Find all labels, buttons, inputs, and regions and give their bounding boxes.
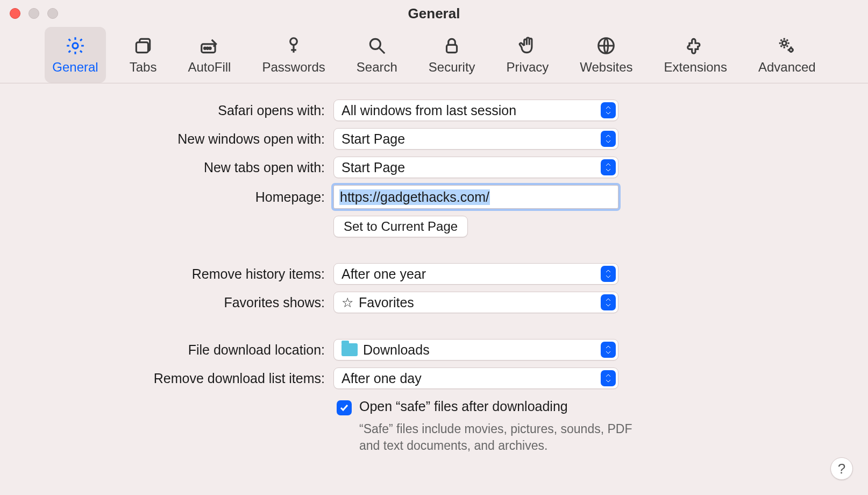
svg-point-11: [789, 48, 793, 52]
label-homepage: Homepage:: [0, 189, 333, 205]
tab-search[interactable]: Search: [349, 27, 405, 83]
select-value: All windows from last session: [341, 103, 516, 118]
select-new-tabs[interactable]: Start Page: [333, 157, 618, 178]
globe-icon: [596, 35, 616, 56]
stepper-icon: [601, 266, 616, 282]
stepper-icon: [601, 370, 616, 386]
tab-privacy[interactable]: Privacy: [499, 27, 557, 83]
select-favorites-shows[interactable]: ☆ Favorites: [333, 292, 618, 313]
autofill-icon: [199, 35, 219, 56]
traffic-lights: [10, 8, 58, 19]
lock-icon: [442, 35, 462, 56]
titlebar: General: [0, 0, 868, 27]
label-remove-downloads: Remove download list items:: [0, 371, 333, 386]
preferences-toolbar: General Tabs AutoFill Passwords Search S…: [0, 27, 868, 83]
general-pane: Safari opens with: All windows from last…: [0, 83, 868, 454]
key-icon: [283, 35, 304, 56]
tab-label: Advanced: [758, 60, 816, 75]
stepper-icon: [601, 102, 616, 118]
select-value: Downloads: [363, 342, 430, 358]
label-remove-history: Remove history items:: [0, 266, 333, 282]
tab-label: Passwords: [262, 60, 325, 75]
stepper-icon: [601, 159, 616, 175]
select-opens-with[interactable]: All windows from last session: [333, 100, 618, 121]
label-open-safe: Open “safe” files after downloading: [359, 399, 568, 414]
star-icon: ☆: [341, 295, 353, 310]
select-value: After one day: [341, 371, 422, 386]
tab-label: Security: [429, 60, 475, 75]
tab-advanced[interactable]: Advanced: [751, 27, 823, 83]
svg-point-7: [370, 39, 380, 49]
tab-general[interactable]: General: [45, 27, 105, 83]
tab-label: AutoFill: [188, 60, 231, 75]
select-download-location[interactable]: Downloads: [333, 339, 618, 360]
stepper-icon: [601, 131, 616, 147]
tab-label: Privacy: [507, 60, 549, 75]
close-window-button[interactable]: [10, 8, 20, 19]
tab-label: General: [52, 60, 98, 75]
label-favorites-shows: Favorites shows:: [0, 295, 333, 310]
tab-label: Websites: [580, 60, 632, 75]
select-remove-history[interactable]: After one year: [333, 263, 618, 285]
svg-point-3: [204, 47, 206, 49]
folder-icon: [341, 343, 358, 356]
tab-extensions[interactable]: Extensions: [657, 27, 735, 83]
select-value: Start Page: [341, 131, 405, 147]
select-remove-downloads[interactable]: After one day: [333, 367, 618, 389]
tab-websites[interactable]: Websites: [572, 27, 640, 83]
tab-label: Search: [357, 60, 397, 75]
gears-icon: [777, 35, 797, 56]
svg-point-4: [207, 47, 209, 49]
label-download-location: File download location:: [0, 342, 333, 358]
tab-autofill[interactable]: AutoFill: [180, 27, 238, 83]
stepper-icon: [601, 294, 616, 310]
tab-passwords[interactable]: Passwords: [254, 27, 332, 83]
help-button[interactable]: ?: [830, 457, 853, 480]
label-new-windows: New windows open with:: [0, 131, 333, 147]
minimize-window-button[interactable]: [29, 8, 39, 19]
tab-security[interactable]: Security: [421, 27, 483, 83]
puzzle-icon: [685, 35, 706, 56]
tab-label: Tabs: [130, 60, 157, 75]
svg-rect-8: [447, 45, 457, 52]
svg-point-6: [290, 38, 297, 45]
select-value: After one year: [341, 266, 426, 282]
input-homepage-value: https://gadgethacks.com/: [339, 189, 490, 205]
select-new-windows[interactable]: Start Page: [333, 128, 618, 150]
tab-label: Extensions: [664, 60, 727, 75]
tabs-icon: [133, 35, 153, 56]
select-value: Start Page: [341, 160, 405, 175]
checkbox-open-safe[interactable]: [337, 400, 352, 415]
tab-tabs[interactable]: Tabs: [122, 27, 165, 83]
stepper-icon: [601, 342, 616, 358]
svg-point-5: [209, 47, 211, 49]
maximize-window-button[interactable]: [47, 8, 58, 19]
gear-icon: [65, 35, 86, 56]
label-new-tabs: New tabs open with:: [0, 160, 333, 175]
input-homepage[interactable]: https://gadgethacks.com/: [333, 185, 618, 209]
svg-point-10: [782, 41, 787, 45]
svg-point-0: [73, 43, 78, 48]
label-opens-with: Safari opens with:: [0, 103, 333, 118]
hand-icon: [517, 35, 538, 56]
search-icon: [367, 35, 387, 56]
window-title: General: [0, 5, 868, 22]
open-safe-description: “Safe” files include movies, pictures, s…: [359, 421, 639, 454]
svg-rect-1: [136, 43, 148, 53]
select-value: Favorites: [359, 295, 414, 310]
set-current-page-button[interactable]: Set to Current Page: [333, 216, 468, 237]
